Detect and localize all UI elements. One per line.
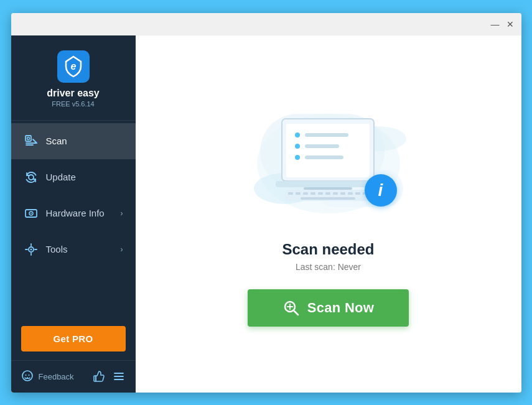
svg-rect-34 (305, 156, 343, 159)
svg-rect-28 (286, 124, 370, 177)
svg-point-33 (295, 155, 300, 160)
tools-chevron: › (121, 245, 123, 254)
feedback-item[interactable]: Feedback (21, 370, 74, 384)
hardware-info-icon (24, 206, 39, 221)
svg-rect-30 (305, 133, 348, 137)
hardware-info-label: Hardware Info (46, 208, 105, 218)
tools-label: Tools (46, 244, 68, 254)
feedback-label: Feedback (39, 372, 74, 381)
scan-needed-title: Scan needed (282, 241, 374, 258)
svg-rect-32 (305, 144, 339, 148)
scan-now-icon (282, 299, 300, 317)
close-button[interactable]: ✕ (505, 19, 515, 29)
sidebar-item-scan[interactable]: Scan (11, 123, 136, 159)
svg-rect-20 (94, 376, 96, 381)
svg-point-19 (28, 375, 29, 376)
get-pro-button[interactable]: Get PRO (21, 326, 126, 351)
svg-text:e: e (70, 61, 76, 72)
svg-line-51 (294, 310, 298, 315)
svg-rect-44 (333, 192, 338, 195)
window-body: e driver easy FREE v5.6.14 (11, 35, 521, 393)
svg-point-17 (22, 371, 32, 381)
app-version: FREE v5.6.14 (52, 100, 94, 108)
scan-label: Scan (46, 136, 67, 146)
minimize-button[interactable]: — (490, 19, 500, 29)
svg-rect-41 (310, 192, 315, 195)
svg-rect-36 (304, 187, 352, 190)
last-scan-label: Last scan: Never (296, 262, 361, 272)
feedback-icon (21, 370, 34, 384)
info-badge: i (365, 174, 397, 207)
app-window: — ✕ e driver easy FREE v5.6.14 (11, 13, 521, 393)
update-label: Update (46, 172, 76, 182)
svg-rect-40 (303, 192, 308, 195)
svg-rect-39 (296, 192, 301, 195)
svg-rect-38 (288, 192, 293, 195)
svg-point-10 (30, 213, 32, 214)
sidebar-nav: Scan Update (11, 121, 136, 320)
svg-rect-35 (276, 181, 380, 187)
svg-rect-47 (355, 192, 360, 195)
scan-icon (24, 134, 39, 149)
main-content: i Scan needed Last scan: Never Scan Now (136, 35, 521, 393)
svg-rect-45 (340, 192, 345, 195)
sidebar-item-hardware-info[interactable]: Hardware Info › (11, 195, 136, 231)
laptop-illustration: i (266, 114, 391, 213)
scan-illustration: i (248, 101, 409, 226)
title-bar: — ✕ (11, 13, 521, 35)
scan-now-button[interactable]: Scan Now (248, 289, 409, 327)
svg-rect-49 (301, 197, 355, 200)
svg-point-31 (295, 144, 300, 149)
sidebar: e driver easy FREE v5.6.14 (11, 35, 136, 393)
hardware-info-chevron: › (121, 209, 123, 218)
svg-point-12 (30, 248, 32, 250)
svg-rect-43 (325, 192, 330, 195)
sidebar-logo: e driver easy FREE v5.6.14 (11, 35, 136, 121)
svg-point-18 (25, 375, 26, 376)
thumbs-up-icon[interactable] (92, 370, 106, 383)
tools-icon (24, 242, 39, 257)
svg-rect-42 (318, 192, 323, 195)
update-icon (24, 170, 39, 185)
svg-rect-2 (26, 136, 31, 141)
sidebar-item-tools[interactable]: Tools › (11, 231, 136, 268)
svg-rect-46 (348, 192, 353, 195)
sidebar-footer: Feedback (11, 360, 136, 393)
sidebar-item-update[interactable]: Update (11, 159, 136, 195)
svg-point-29 (295, 133, 300, 137)
scan-now-label: Scan Now (307, 300, 375, 316)
footer-icons (92, 370, 126, 383)
menu-icon[interactable] (112, 370, 126, 383)
app-name: driver easy (47, 88, 100, 99)
app-logo-icon: e (57, 50, 90, 83)
svg-point-3 (27, 137, 29, 139)
